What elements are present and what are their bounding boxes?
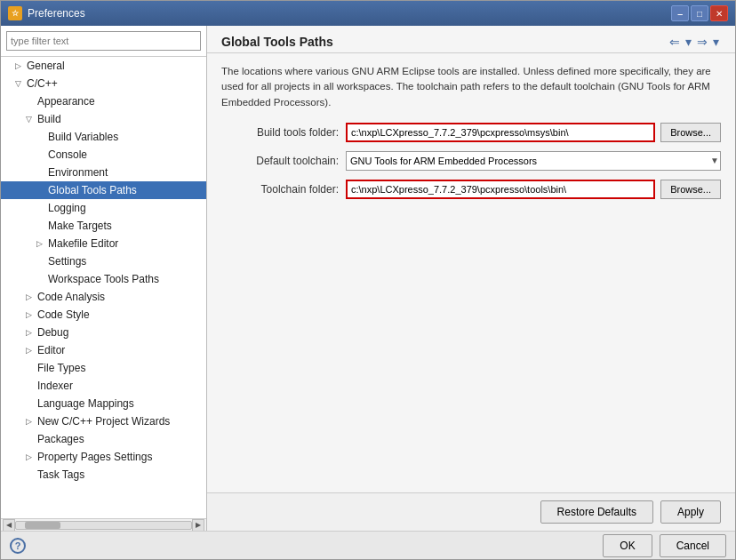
tree-item-environment[interactable]: Environment [1, 164, 206, 181]
tree-item-property-pages[interactable]: ▷ Property Pages Settings [1, 448, 206, 466]
maximize-button[interactable]: □ [691, 5, 708, 21]
tree-label-code-analysis: Code Analysis [37, 291, 105, 303]
cancel-button[interactable]: Cancel [660, 534, 726, 557]
tree-area[interactable]: ▷ General ▽ C/C++ Appearance ▽ Build [1, 57, 206, 518]
build-tools-input[interactable] [346, 123, 655, 142]
tree-item-build[interactable]: ▽ Build [1, 110, 206, 128]
tree-item-editor[interactable]: ▷ Editor [1, 341, 206, 359]
toolchain-folder-input[interactable] [346, 180, 655, 199]
expand-arrow-debug: ▷ [26, 328, 35, 337]
tree-item-language-mappings[interactable]: Language Mappings [1, 395, 206, 412]
build-tools-input-wrap: Browse... [346, 123, 721, 142]
panel-title: Global Tools Paths [221, 35, 333, 49]
description-text: The locations where various GNU ARM Ecli… [221, 64, 721, 110]
tree-label-code-style: Code Style [37, 308, 90, 321]
titlebar: ☆ Preferences ‒ □ ✕ [1, 1, 735, 26]
expand-arrow-cpp: ▽ [15, 79, 24, 88]
tree-label-settings: Settings [48, 255, 86, 268]
default-toolchain-select-wrap: GNU Tools for ARM Embedded Processors ▼ [346, 151, 721, 171]
nav-forward-button[interactable]: ⇒ [695, 35, 709, 49]
default-toolchain-select[interactable]: GNU Tools for ARM Embedded Processors [346, 151, 721, 171]
tree-label-editor: Editor [37, 344, 65, 356]
titlebar-buttons: ‒ □ ✕ [671, 5, 728, 21]
tree-label-console: Console [48, 148, 87, 161]
preferences-window: ☆ Preferences ‒ □ ✕ ▷ General ▽ [0, 0, 736, 560]
build-tools-label: Build tools folder: [221, 126, 346, 139]
tree-label-cpp: C/C++ [27, 77, 58, 90]
tree-item-cpp[interactable]: ▽ C/C++ [1, 75, 206, 92]
tree-label-global-tools-paths: Global Tools Paths [48, 184, 137, 196]
default-toolchain-label: Default toolchain: [221, 155, 346, 167]
content-area: ▷ General ▽ C/C++ Appearance ▽ Build [1, 26, 735, 531]
tree-label-language-mappings: Language Mappings [37, 397, 134, 410]
expand-arrow-general: ▷ [15, 61, 24, 70]
help-icon[interactable]: ? [10, 538, 26, 554]
default-toolchain-row: Default toolchain: GNU Tools for ARM Emb… [221, 151, 721, 171]
tree-label-logging: Logging [48, 202, 86, 214]
tree-label-workspace-tools-paths: Workspace Tools Paths [48, 273, 159, 285]
tree-label-task-tags: Task Tags [37, 468, 84, 481]
expand-arrow-editor: ▷ [26, 346, 35, 355]
tree-item-debug[interactable]: ▷ Debug [1, 324, 206, 341]
toolchain-folder-row: Toolchain folder: Browse... [221, 180, 721, 199]
expand-arrow-property-pages: ▷ [26, 452, 35, 461]
tree-label-debug: Debug [37, 326, 68, 339]
minimize-button[interactable]: ‒ [671, 5, 689, 21]
tree-label-environment: Environment [48, 166, 108, 179]
browse-build-tools-button[interactable]: Browse... [660, 123, 721, 142]
hscroll-thumb [25, 522, 60, 529]
build-tools-row: Build tools folder: Browse... [221, 123, 721, 142]
tree-item-make-targets[interactable]: Make Targets [1, 217, 206, 235]
nav-dropdown-button[interactable]: ▾ [684, 35, 693, 49]
tree-label-packages: Packages [37, 433, 84, 445]
restore-defaults-button[interactable]: Restore Defaults [540, 500, 653, 524]
right-header: Global Tools Paths ⇐ ▾ ⇒ ▾ [207, 26, 735, 53]
tree-label-new-cpp-project: New C/C++ Project Wizards [37, 415, 170, 428]
tree-label-indexer: Indexer [37, 380, 73, 392]
tree-label-file-types: File Types [37, 362, 85, 374]
tree-item-indexer[interactable]: Indexer [1, 377, 206, 395]
tree-label-build-variables: Build Variables [48, 131, 118, 143]
tree-item-console[interactable]: Console [1, 146, 206, 164]
close-button[interactable]: ✕ [710, 5, 728, 21]
apply-button[interactable]: Apply [660, 500, 721, 524]
window-icon: ☆ [8, 6, 22, 20]
toolchain-folder-label: Toolchain folder: [221, 183, 346, 196]
tree-label-property-pages-settings: Property Pages Settings [37, 451, 152, 463]
tree-item-file-types[interactable]: File Types [1, 359, 206, 377]
tree-label-makefile-editor: Makefile Editor [48, 237, 118, 250]
nav-arrows: ⇐ ▾ ⇒ ▾ [668, 35, 721, 49]
expand-arrow-new-cpp: ▷ [26, 417, 35, 426]
tree-item-task-tags[interactable]: Task Tags [1, 466, 206, 484]
hscroll-left[interactable]: ◀ [3, 519, 15, 532]
tree-item-build-variables[interactable]: Build Variables [1, 128, 206, 146]
tree-item-code-style[interactable]: ▷ Code Style [1, 306, 206, 324]
expand-arrow-code-analysis: ▷ [26, 292, 35, 301]
hscroll-track[interactable] [15, 521, 192, 530]
tree-item-settings[interactable]: Settings [1, 252, 206, 270]
hscroll-right[interactable]: ▶ [192, 519, 204, 532]
tree-label-general: General [27, 60, 65, 72]
nav-forward-dropdown-button[interactable]: ▾ [711, 35, 721, 49]
help-bar: ? OK Cancel [1, 531, 735, 559]
right-content: The locations where various GNU ARM Ecli… [207, 53, 735, 492]
nav-back-button[interactable]: ⇐ [668, 35, 682, 49]
browse-toolchain-button[interactable]: Browse... [660, 180, 721, 199]
tree-label-build: Build [37, 113, 61, 125]
tree-item-new-cpp-project[interactable]: ▷ New C/C++ Project Wizards [1, 412, 206, 430]
left-panel: ▷ General ▽ C/C++ Appearance ▽ Build [1, 26, 207, 531]
tree-item-makefile-editor[interactable]: ▷ Makefile Editor [1, 235, 206, 252]
tree-item-logging[interactable]: Logging [1, 199, 206, 217]
window-title: Preferences [28, 7, 671, 20]
tree-item-packages[interactable]: Packages [1, 430, 206, 448]
ok-button[interactable]: OK [603, 534, 652, 557]
filter-box [1, 26, 206, 57]
tree-item-code-analysis[interactable]: ▷ Code Analysis [1, 288, 206, 306]
tree-item-global-tools-paths[interactable]: Global Tools Paths [1, 181, 206, 199]
filter-input[interactable] [6, 31, 201, 51]
tree-item-appearance[interactable]: Appearance [1, 92, 206, 110]
tree-item-workspace-tools-paths[interactable]: Workspace Tools Paths [1, 270, 206, 288]
tree-item-general[interactable]: ▷ General [1, 57, 206, 75]
right-panel: Global Tools Paths ⇐ ▾ ⇒ ▾ The locations… [207, 26, 735, 531]
tree-hscrollbar: ◀ ▶ [1, 518, 206, 531]
